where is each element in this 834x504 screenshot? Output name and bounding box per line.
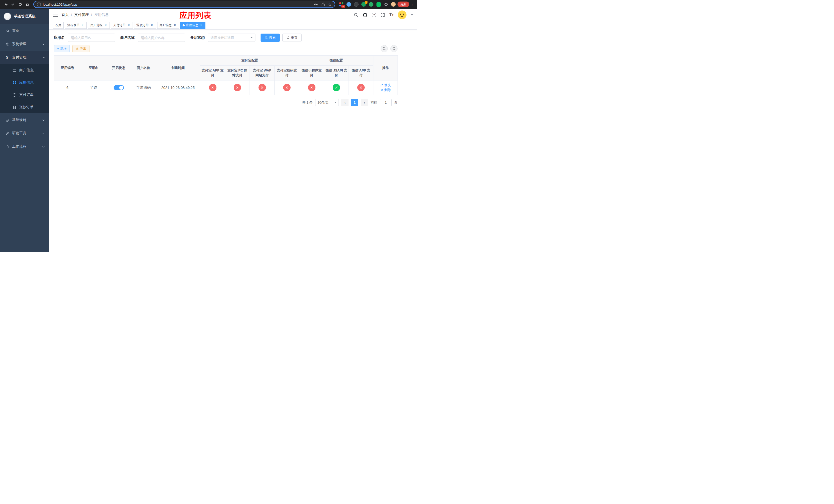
breadcrumb-current: 应用信息 [94, 13, 109, 17]
extension-drop-icon[interactable] [346, 2, 351, 7]
sidebar: 芋道管理系统 首页 系统管理 [0, 9, 49, 252]
home-icon[interactable] [24, 1, 31, 8]
sidebar-item-dev-tools[interactable]: 研发工具 [0, 127, 49, 140]
extension-grid-icon[interactable]: 10 [339, 2, 344, 7]
sidebar-item-label: 应用信息 [19, 80, 45, 85]
tab-app-info[interactable]: 应用信息 × [180, 22, 205, 29]
hamburger-icon[interactable] [53, 13, 58, 17]
sidebar-item-app-info[interactable]: 应用信息 [0, 76, 49, 89]
close-icon[interactable]: × [127, 24, 131, 27]
tab-merchant-info[interactable]: 商户信息 × [157, 22, 179, 29]
extensions-puzzle-icon[interactable] [383, 2, 389, 7]
table-row: 6 芋道 芋道源码 2021-10-23 08:49:25 × × × × × [54, 80, 398, 95]
breadcrumb-home[interactable]: 首页 [62, 13, 69, 17]
sidebar-item-home[interactable]: 首页 [0, 24, 49, 38]
search-button[interactable]: 搜索 [261, 33, 280, 42]
sidebar-item-infrastructure[interactable]: 基础设施 [0, 113, 49, 127]
help-icon[interactable]: ? [372, 13, 376, 17]
url-text: localhost:1024/pay/app [43, 3, 312, 6]
github-icon[interactable] [363, 13, 368, 18]
page-1-button[interactable]: 1 [351, 99, 358, 106]
app-name-label: 应用名 [54, 36, 65, 40]
gear-icon [5, 42, 9, 46]
goto-page-input[interactable] [380, 99, 392, 106]
share-icon[interactable] [321, 2, 325, 6]
back-icon[interactable] [3, 1, 9, 8]
search-icon[interactable] [354, 13, 358, 17]
sidebar-item-payment[interactable]: ¥ 支付管理 [0, 51, 49, 64]
extension-badge: 1 [365, 1, 368, 4]
prev-page-button[interactable]: ‹ [341, 99, 349, 106]
extension-leaf-icon[interactable]: 1 [361, 2, 366, 7]
reset-button[interactable]: 重置 [282, 33, 302, 42]
status-toggle[interactable] [114, 85, 124, 90]
app-table: 应用编号 应用名 开启状态 商户名称 创建时间 支付宝配置 微信配置 操作 支付… [54, 55, 398, 95]
tab-user-group[interactable]: 用户分组 × [88, 22, 110, 29]
briefcase-icon [5, 144, 9, 149]
toggle-search-button[interactable] [380, 45, 388, 52]
chevron-down-icon [250, 37, 253, 39]
cell-wechat-jsapi: ✓ [324, 80, 349, 95]
close-icon[interactable]: × [173, 24, 177, 27]
col-wechat-app: 微信 APP 支付 [349, 65, 373, 80]
pagination: 共 1 条 10条/页 ‹ 1 › 前往 页 [54, 99, 397, 106]
table-header-row: 应用编号 应用名 开启状态 商户名称 创建时间 支付宝配置 微信配置 操作 [54, 55, 398, 66]
caret-down-icon[interactable] [411, 14, 413, 17]
status-icon: × [357, 84, 365, 91]
tab-label: 流程表单 [67, 23, 80, 27]
close-icon[interactable]: × [199, 24, 203, 27]
sidebar-item-workflow[interactable]: 工作流程 [0, 140, 49, 153]
bookmark-star-icon[interactable]: ☆ [328, 3, 332, 6]
goto-suffix: 页 [394, 100, 397, 105]
delete-button[interactable]: 删除 [380, 88, 391, 92]
url-bar[interactable]: i localhost:1024/pay/app ☆ [33, 1, 335, 8]
update-button[interactable]: 更新 [397, 2, 409, 7]
app-name-input[interactable] [68, 33, 115, 42]
sidebar-item-label: 支付订单 [19, 93, 45, 97]
sidebar-item-label: 支付管理 [12, 55, 39, 60]
sidebar-logo[interactable]: 芋道管理系统 [0, 9, 49, 24]
refresh-icon[interactable] [17, 1, 24, 8]
close-icon[interactable]: × [81, 24, 84, 27]
add-button[interactable]: + 新增 [54, 45, 70, 52]
sidebar-item-refund-order[interactable]: 退款订单 [0, 101, 49, 113]
tab-home[interactable]: 首页 [53, 22, 64, 29]
sidebar-item-merchant-info[interactable]: 商户信息 [0, 64, 49, 76]
password-key-icon[interactable] [314, 2, 318, 6]
browser-menu-icon[interactable]: ⋮ [410, 2, 414, 7]
user-avatar[interactable] [398, 10, 407, 19]
forward-icon[interactable] [10, 1, 16, 8]
sidebar-item-pay-order[interactable]: 支付订单 [0, 89, 49, 101]
export-button[interactable]: 导出 [72, 45, 89, 52]
table-toolbar: + 新增 导出 [54, 45, 397, 52]
page-size-select[interactable]: 10条/页 [315, 99, 339, 106]
next-page-button[interactable]: › [361, 99, 368, 106]
site-info-icon[interactable]: i [37, 3, 41, 6]
filter-form: 应用名 商户名称 开启状态 请选择开启状态 搜索 重置 [54, 33, 412, 42]
extension-green-square-icon[interactable] [376, 2, 381, 7]
sidebar-item-system[interactable]: 系统管理 [0, 38, 49, 51]
refresh-table-button[interactable] [390, 45, 397, 52]
wechat-extension-icon[interactable] [369, 2, 374, 7]
merchant-name-input[interactable] [138, 33, 185, 42]
browser-profile-avatar[interactable] [391, 2, 396, 7]
extension-dark-icon[interactable] [354, 2, 359, 7]
tab-process-form[interactable]: 流程表单 × [65, 22, 87, 29]
header-actions: ? TT [354, 10, 413, 19]
fullscreen-icon[interactable] [380, 13, 385, 17]
screen: i localhost:1024/pay/app ☆ 10 1 [0, 0, 417, 252]
cell-wechat-lite: × [299, 80, 324, 95]
breadcrumb-payment[interactable]: 支付管理 [74, 13, 89, 17]
status-select[interactable]: 请选择开启状态 [208, 33, 256, 42]
close-icon[interactable]: × [104, 24, 107, 27]
col-merchant-name: 商户名称 [131, 55, 156, 81]
edit-button[interactable]: 修改 [380, 83, 391, 87]
col-alipay-app: 支付宝 APP 支付 [200, 65, 225, 80]
breadcrumb-separator: / [91, 13, 92, 17]
close-icon[interactable]: × [150, 24, 154, 27]
font-size-icon[interactable]: TT [389, 13, 393, 17]
tab-pay-order[interactable]: 支付订单 × [111, 22, 133, 29]
tab-refund-order[interactable]: 退款订单 × [134, 22, 156, 29]
page-annotation: 应用列表 [179, 10, 211, 21]
chevron-down-icon [42, 43, 45, 46]
